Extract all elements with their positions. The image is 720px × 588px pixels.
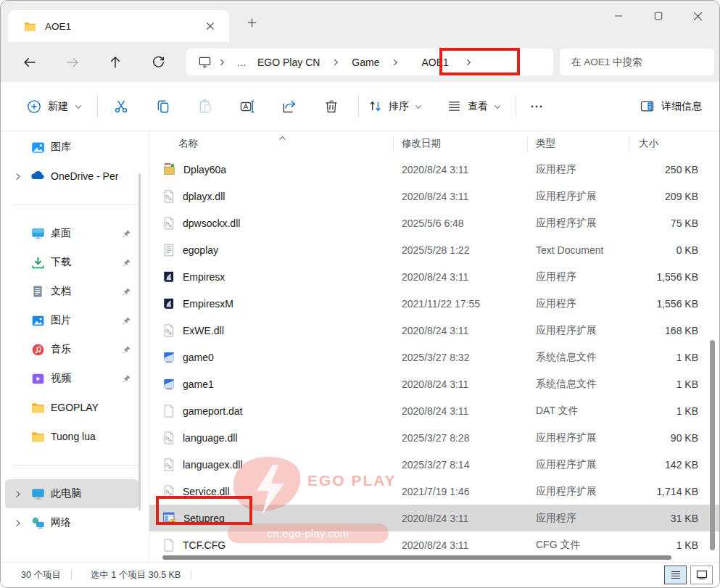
sidebar-scrollbar[interactable]	[138, 173, 141, 510]
status-bar: 30 个项目 选中 1 个项目 30.5 KB	[1, 562, 719, 587]
breadcrumb-item-ego-play-cn[interactable]: EGO Play CN	[252, 54, 326, 71]
more-options-button[interactable]	[521, 92, 553, 121]
file-name-cell[interactable]: game0	[157, 351, 402, 364]
copy-button[interactable]	[147, 92, 179, 121]
file-row-service-dll[interactable]: Service.dll2021/7/19 1:46应用程序扩展1,714 KB	[149, 478, 719, 505]
sort-button-label: 排序	[389, 100, 409, 113]
file-row-language-dll[interactable]: language.dll2025/3/27 8:28应用程序扩展90 KB	[149, 424, 719, 451]
sidebar-item-gallery[interactable]: 图库	[5, 133, 138, 162]
chevron-right-icon[interactable]	[332, 59, 339, 66]
refresh-button[interactable]	[144, 49, 173, 75]
sidebar-item-tuong-lua[interactable]: Tuong lua	[5, 422, 138, 451]
file-name-cell[interactable]: Setupreg	[157, 511, 402, 525]
sidebar-item-network[interactable]: 网络	[5, 508, 138, 537]
breadcrumb-item-game[interactable]: Game	[346, 54, 385, 71]
file-row-dplay60a[interactable]: Dplay60a2020/8/24 3:11应用程序250 KB	[149, 156, 719, 183]
minimize-button[interactable]	[598, 1, 638, 31]
navigation-buttons	[15, 49, 186, 75]
file-name-cell[interactable]: Dplay60a	[157, 162, 402, 176]
back-button[interactable]	[15, 49, 44, 75]
view-button-label: 查看	[468, 100, 488, 113]
file-row-game0[interactable]: game02025/3/27 8:32系统信息文件1 KB	[149, 344, 719, 370]
sidebar-item-egoplay[interactable]: EGOPLAY	[5, 393, 138, 422]
column-separator[interactable]	[393, 136, 394, 152]
command-toolbar: 新建 排序	[1, 82, 719, 131]
file-row-empiresxm[interactable]: EmpiresxM2021/11/22 17:55应用程序1,556 KB	[149, 290, 719, 317]
new-tab-button[interactable]	[241, 12, 262, 33]
column-separator[interactable]	[629, 136, 629, 152]
file-row-game1[interactable]: game12020/8/24 3:11系统信息文件1 KB	[149, 370, 719, 397]
rename-button[interactable]	[231, 92, 263, 121]
cut-button[interactable]	[105, 92, 137, 121]
file-row-gameport-dat[interactable]: gameport.dat2020/8/24 3:11DAT 文件1 KB	[149, 397, 719, 424]
horizontal-scrollbar[interactable]	[162, 555, 671, 560]
sidebar-item-label: OneDrive - Per	[51, 170, 118, 182]
breadcrumb-item-aoe1[interactable]: AOE1	[415, 54, 454, 71]
file-row-setupreg[interactable]: Setupreg2020/8/24 3:11应用程序31 KB	[149, 505, 719, 531]
file-name: game1	[183, 378, 214, 390]
file-row-empiresx[interactable]: Empiresx2020/8/24 3:11应用程序1,556 KB	[149, 263, 719, 290]
new-button[interactable]: 新建	[24, 95, 85, 118]
up-button[interactable]	[101, 49, 130, 75]
file-type: 应用程序扩展	[536, 190, 639, 203]
file-row-languagex-dll[interactable]: languagex.dll2025/3/27 8:14应用程序扩展142 KB	[149, 451, 719, 478]
vertical-scrollbar[interactable]	[710, 340, 715, 550]
details-pane-button[interactable]: 详细信息	[640, 99, 702, 114]
this-pc-crumb-icon[interactable]	[198, 55, 212, 69]
sort-button[interactable]: 排序	[363, 94, 426, 118]
file-name-cell[interactable]: languagex.dll	[157, 458, 402, 471]
file-row-dplayx-dll[interactable]: dplayx.dll2020/8/24 3:11应用程序扩展209 KB	[149, 183, 719, 210]
file-name-cell[interactable]: ExWE.dll	[157, 324, 402, 337]
tab-close-icon[interactable]	[201, 17, 220, 36]
file-row-tcf-cfg[interactable]: TCF.CFG2020/8/24 3:11CFG 文件1 KB	[149, 531, 719, 558]
column-separator[interactable]	[527, 136, 528, 152]
expand-chevron-icon[interactable]	[8, 490, 27, 498]
sidebar-item-videos[interactable]: 视频	[5, 364, 138, 393]
sidebar-item-onedrive[interactable]: OneDrive - Per	[5, 162, 138, 191]
sidebar-item-desktop[interactable]: 桌面	[5, 219, 138, 248]
close-button[interactable]	[678, 1, 718, 31]
column-header-size[interactable]: 大小	[639, 137, 698, 150]
file-name-cell[interactable]: Service.dll	[157, 485, 402, 498]
file-date: 2020/8/24 3:11	[402, 164, 536, 175]
share-button[interactable]	[273, 92, 305, 121]
thumbnails-view-button[interactable]	[690, 566, 713, 584]
file-name-cell[interactable]: Empiresx	[157, 270, 402, 283]
file-name-cell[interactable]: gameport.dat	[157, 405, 402, 418]
maximize-button[interactable]	[638, 1, 678, 31]
column-header-type[interactable]: 类型	[536, 137, 639, 150]
file-row-exwe-dll[interactable]: ExWE.dll2020/8/24 3:11应用程序扩展168 KB	[149, 317, 719, 344]
breadcrumb[interactable]: … EGO Play CN Game AOE1	[186, 49, 553, 75]
view-button[interactable]: 查看	[442, 94, 505, 118]
file-name-cell[interactable]: language.dll	[157, 431, 402, 444]
chevron-right-icon[interactable]	[392, 59, 399, 66]
column-header-date[interactable]: 修改日期	[402, 137, 536, 150]
file-name-cell[interactable]: egoplay	[157, 244, 402, 257]
expand-chevron-icon[interactable]	[8, 173, 27, 181]
window-controls	[598, 1, 718, 31]
sidebar-item-downloads[interactable]: 下载	[5, 248, 138, 277]
file-row-egoplay[interactable]: egoplay2025/5/28 1:22Text Document0 KB	[149, 236, 719, 263]
delete-button[interactable]	[315, 92, 347, 121]
sidebar-item-documents[interactable]: 文档	[5, 277, 138, 306]
file-date: 2021/7/19 1:46	[402, 486, 536, 497]
details-view-button[interactable]	[664, 566, 687, 584]
empires-app-icon	[162, 270, 175, 283]
paste-button[interactable]	[189, 92, 221, 121]
file-row-dpwsockx-dll[interactable]: dpwsockx.dll2025/5/6 6:48应用程序扩展75 KB	[149, 210, 719, 236]
chevron-right-icon[interactable]	[465, 59, 472, 66]
breadcrumb-overflow[interactable]: …	[236, 57, 247, 68]
sidebar-item-this-pc[interactable]: 此电脑	[5, 479, 138, 508]
file-name-cell[interactable]: dpwsockx.dll	[157, 217, 402, 230]
file-name-cell[interactable]: EmpiresxM	[157, 297, 402, 310]
forward-button[interactable]	[58, 49, 87, 75]
pin-icon	[122, 345, 131, 355]
file-name-cell[interactable]: dplayx.dll	[157, 190, 402, 203]
sidebar-item-pictures[interactable]: 图片	[5, 306, 138, 335]
search-input[interactable]: 在 AOE1 中搜索	[560, 49, 714, 75]
tab-aoe1[interactable]: AOE1	[8, 10, 229, 42]
sidebar-item-music[interactable]: 音乐	[5, 335, 138, 364]
file-name-cell[interactable]: game1	[157, 378, 402, 391]
file-name-cell[interactable]: TCF.CFG	[157, 539, 402, 552]
expand-chevron-icon[interactable]	[8, 519, 27, 527]
